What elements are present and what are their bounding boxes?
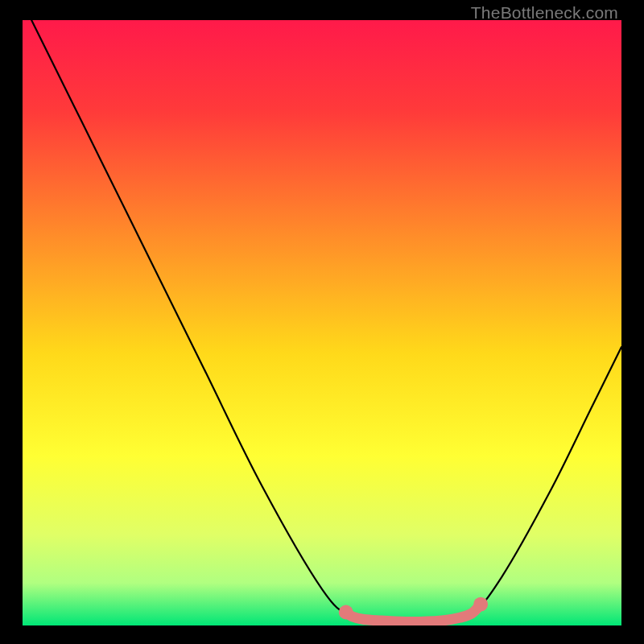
highlight-marker [339,605,353,620]
chart-frame [23,20,621,625]
bottleneck-chart [23,20,621,625]
highlight-marker [473,597,488,612]
chart-background [23,20,621,625]
